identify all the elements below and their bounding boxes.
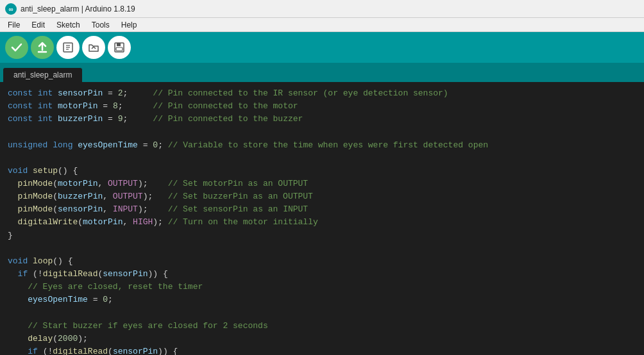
verify-icon bbox=[10, 41, 23, 54]
code-line-7: void setup() { bbox=[8, 165, 636, 178]
code-line-21: if (!digitalRead(sensorPin)) { bbox=[8, 345, 636, 355]
menu-file[interactable]: File bbox=[3, 19, 25, 31]
code-line-12: } bbox=[8, 229, 636, 242]
svg-rect-9 bbox=[116, 47, 123, 51]
code-line-18 bbox=[8, 306, 636, 319]
save-icon bbox=[114, 42, 125, 53]
tab-bar: anti_sleep_alarm bbox=[0, 63, 644, 82]
menu-bar: File Edit Sketch Tools Help bbox=[0, 18, 644, 32]
code-line-4 bbox=[8, 126, 636, 138]
code-line-20: delay(2000); bbox=[8, 333, 636, 345]
code-line-8: pinMode(motorPin, OUTPUT); // Set motorP… bbox=[8, 178, 636, 190]
new-icon bbox=[62, 42, 74, 53]
tab-main[interactable]: anti_sleep_alarm bbox=[3, 67, 83, 82]
svg-text:∞: ∞ bbox=[8, 6, 13, 13]
code-line-9: pinMode(buzzerPin, OUTPUT); // Set buzze… bbox=[8, 190, 636, 203]
title-bar-text: anti_sleep_alarm | Arduino 1.8.19 bbox=[21, 4, 135, 13]
menu-help[interactable]: Help bbox=[116, 19, 142, 31]
arduino-logo-icon: ∞ bbox=[5, 3, 17, 15]
open-button[interactable] bbox=[82, 36, 105, 59]
code-line-16: // Eyes are closed, reset the timer bbox=[8, 281, 636, 293]
code-line-10: pinMode(sensorPin, INPUT); // Set sensor… bbox=[8, 203, 636, 216]
code-line-15: if (!digitalRead(sensorPin)) { bbox=[8, 268, 636, 281]
upload-icon bbox=[36, 41, 49, 54]
code-line-2: const int motorPin = 8; // Pin connected… bbox=[8, 100, 636, 113]
menu-sketch[interactable]: Sketch bbox=[51, 19, 85, 31]
code-line-17: eyesOpenTime = 0; bbox=[8, 293, 636, 306]
code-line-5: unsigned long eyesOpenTime = 0; // Varia… bbox=[8, 139, 636, 152]
upload-button[interactable] bbox=[31, 36, 54, 59]
verify-button[interactable] bbox=[5, 36, 28, 59]
code-line-6 bbox=[8, 152, 636, 165]
toolbar bbox=[0, 32, 644, 63]
code-line-1: const int sensorPin = 2; // Pin connecte… bbox=[8, 87, 636, 100]
code-line-14: void loop() { bbox=[8, 255, 636, 268]
code-editor[interactable]: const int sensorPin = 2; // Pin connecte… bbox=[0, 82, 644, 355]
open-icon bbox=[88, 42, 99, 53]
title-bar: ∞ anti_sleep_alarm | Arduino 1.8.19 bbox=[0, 0, 644, 18]
code-line-11: digitalWrite(motorPin, HIGH); // Turn on… bbox=[8, 216, 636, 229]
code-line-13 bbox=[8, 242, 636, 255]
code-line-3: const int buzzerPin = 9; // Pin connecte… bbox=[8, 113, 636, 126]
new-button[interactable] bbox=[56, 36, 80, 59]
menu-tools[interactable]: Tools bbox=[87, 19, 115, 31]
save-button[interactable] bbox=[108, 36, 131, 59]
menu-edit[interactable]: Edit bbox=[26, 19, 50, 31]
svg-rect-8 bbox=[117, 43, 121, 46]
code-line-19: // Start buzzer if eyes are closed for 2… bbox=[8, 320, 636, 333]
